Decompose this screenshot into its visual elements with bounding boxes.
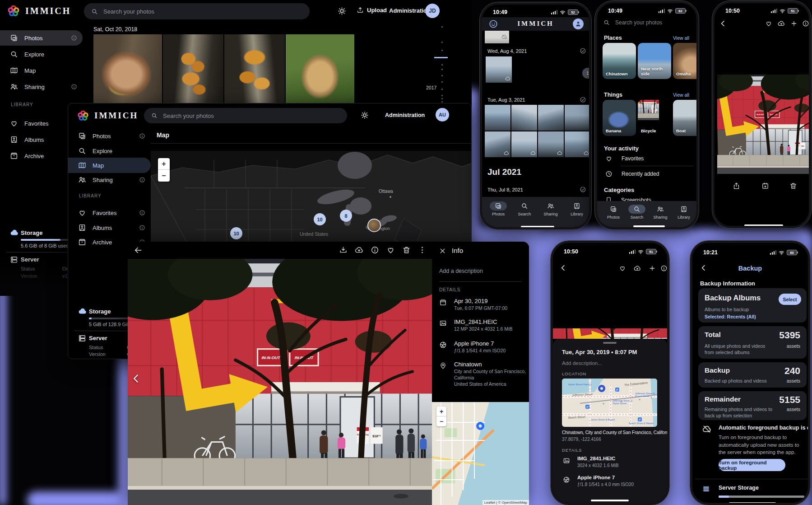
back-icon[interactable] bbox=[134, 246, 143, 255]
search-input[interactable]: Search your photos bbox=[603, 19, 662, 26]
photo-thumbnail[interactable] bbox=[93, 34, 162, 111]
photo-thumbnail[interactable] bbox=[538, 105, 564, 131]
user-avatar[interactable]: AU bbox=[436, 108, 449, 122]
zoom-in-button[interactable]: + bbox=[158, 158, 170, 170]
sidebar-item-explore[interactable]: Explore bbox=[68, 143, 151, 159]
back-icon[interactable] bbox=[719, 19, 727, 28]
sidebar-item-photos[interactable]: Photos bbox=[0, 30, 83, 46]
archive-action-icon[interactable] bbox=[339, 246, 348, 254]
zoom-out-button[interactable]: − bbox=[436, 416, 446, 426]
tab-photos[interactable]: Photos bbox=[486, 201, 511, 216]
place-card-near-north-side[interactable]: Near north side bbox=[638, 43, 671, 79]
delete-icon[interactable] bbox=[789, 182, 797, 190]
search-input[interactable]: Search your photos bbox=[84, 3, 310, 19]
back-icon[interactable] bbox=[559, 264, 567, 272]
sidebar-item-photos[interactable]: Photos bbox=[68, 128, 151, 144]
favorite-icon[interactable] bbox=[619, 265, 626, 272]
info-icon[interactable] bbox=[660, 265, 668, 272]
sidebar-item-map[interactable]: Map bbox=[0, 63, 83, 78]
add-icon[interactable] bbox=[790, 20, 798, 27]
info-icon[interactable] bbox=[71, 35, 77, 41]
photo-thumbnail[interactable] bbox=[511, 131, 537, 157]
tab-search[interactable]: Search bbox=[624, 205, 650, 220]
tab-library[interactable]: Library bbox=[671, 205, 696, 220]
cloud-upload-icon[interactable] bbox=[634, 265, 641, 272]
administration-link[interactable]: Administration bbox=[385, 112, 425, 118]
search-input[interactable]: Search your photos bbox=[144, 108, 347, 123]
description-input[interactable]: Add a description bbox=[439, 268, 483, 274]
theme-toggle-icon[interactable] bbox=[338, 7, 346, 15]
tab-search[interactable]: Search bbox=[512, 201, 537, 216]
info-icon[interactable] bbox=[139, 133, 145, 139]
cloud-upload-icon[interactable] bbox=[778, 20, 785, 27]
favorite-action-icon[interactable] bbox=[386, 246, 395, 254]
zoom-in-button[interactable]: + bbox=[436, 407, 446, 416]
photo-thumbnail[interactable] bbox=[565, 105, 590, 131]
map-cluster-marker[interactable]: 10 bbox=[314, 213, 326, 225]
theme-toggle-icon[interactable] bbox=[361, 111, 369, 119]
delete-action-icon[interactable] bbox=[402, 246, 411, 254]
map-photo-marker[interactable] bbox=[367, 219, 381, 232]
thing-card-banana[interactable]: Banana bbox=[603, 100, 636, 136]
cloud-action-icon[interactable] bbox=[355, 246, 363, 254]
thing-card-bicycle[interactable]: Bicycle bbox=[638, 100, 671, 136]
things-view-all[interactable]: View all bbox=[673, 92, 689, 98]
select-group-icon[interactable] bbox=[580, 96, 586, 103]
photo-thumbnail[interactable] bbox=[565, 131, 590, 157]
location-map[interactable]: + − Leaflet | © OpenStreetMap bbox=[432, 402, 529, 505]
tab-sharing[interactable]: Sharing bbox=[538, 201, 563, 216]
recently-added-row[interactable]: Recently added bbox=[605, 170, 659, 178]
photo-thumbnail[interactable] bbox=[286, 34, 354, 111]
info-action-icon[interactable] bbox=[371, 246, 379, 254]
photo-thumbnail[interactable] bbox=[485, 31, 509, 43]
place-card-chinatown[interactable]: Chinatown bbox=[603, 43, 636, 79]
place-card-omaha[interactable]: Omaha bbox=[673, 43, 699, 79]
photo-strip[interactable] bbox=[553, 328, 667, 339]
photo-viewer-image[interactable] bbox=[128, 259, 432, 505]
previous-photo-icon[interactable] bbox=[130, 373, 142, 384]
share-icon[interactable] bbox=[733, 182, 740, 190]
app-logo[interactable]: IMMICH bbox=[6, 4, 71, 18]
more-options-icon[interactable] bbox=[418, 246, 427, 254]
upload-button[interactable]: Upload bbox=[357, 6, 387, 14]
add-icon[interactable] bbox=[649, 265, 656, 272]
photo-thumbnail[interactable] bbox=[486, 56, 512, 83]
select-group-icon[interactable] bbox=[580, 47, 586, 54]
info-icon[interactable] bbox=[139, 210, 145, 216]
map-cluster-marker[interactable]: 10 bbox=[230, 227, 242, 239]
sidebar-item-sharing[interactable]: Sharing bbox=[68, 172, 151, 187]
description-input[interactable]: Add description... bbox=[562, 360, 602, 366]
favorites-row[interactable]: Favorites bbox=[605, 155, 644, 162]
info-icon[interactable] bbox=[139, 177, 145, 183]
profile-avatar[interactable] bbox=[573, 19, 584, 29]
calendar-add-icon[interactable] bbox=[761, 182, 769, 190]
app-logo[interactable]: IMMICH bbox=[76, 109, 138, 122]
photo-thumbnail[interactable] bbox=[163, 34, 223, 111]
photo-thumbnail[interactable] bbox=[224, 34, 285, 111]
info-icon[interactable] bbox=[802, 20, 809, 27]
photo-viewer-image[interactable] bbox=[717, 75, 811, 174]
photo-thumbnail[interactable] bbox=[538, 131, 564, 157]
sidebar-item-map[interactable]: Map bbox=[68, 158, 151, 173]
photo-thumbnail[interactable] bbox=[485, 105, 510, 131]
info-icon[interactable] bbox=[71, 84, 77, 90]
sheet-drag-handle[interactable] bbox=[603, 342, 617, 344]
location-map[interactable]: Hyde Street Harbor The Embarcadero Jeffe… bbox=[562, 379, 657, 427]
turn-on-foreground-backup-button[interactable]: Turn on foreground backup bbox=[719, 459, 785, 471]
administration-link[interactable]: Administration bbox=[389, 7, 431, 14]
tab-photos[interactable]: Photos bbox=[601, 205, 626, 220]
select-albums-button[interactable]: Select bbox=[779, 294, 801, 305]
scrubber-position[interactable] bbox=[434, 57, 448, 58]
sidebar-item-sharing[interactable]: Sharing bbox=[0, 79, 83, 94]
photo-thumbnail[interactable] bbox=[485, 131, 510, 157]
map-cluster-marker[interactable]: 8 bbox=[340, 210, 352, 222]
sidebar-item-albums[interactable]: Albums bbox=[68, 220, 151, 235]
info-icon[interactable] bbox=[139, 224, 145, 231]
select-group-icon[interactable] bbox=[580, 186, 586, 193]
favorite-icon[interactable] bbox=[765, 20, 772, 27]
sidebar-item-explore[interactable]: Explore bbox=[0, 47, 83, 62]
photo-thumbnail[interactable] bbox=[511, 105, 537, 131]
user-avatar[interactable]: JD bbox=[425, 4, 440, 18]
close-icon[interactable] bbox=[439, 247, 446, 255]
zoom-out-button[interactable]: − bbox=[158, 170, 170, 181]
